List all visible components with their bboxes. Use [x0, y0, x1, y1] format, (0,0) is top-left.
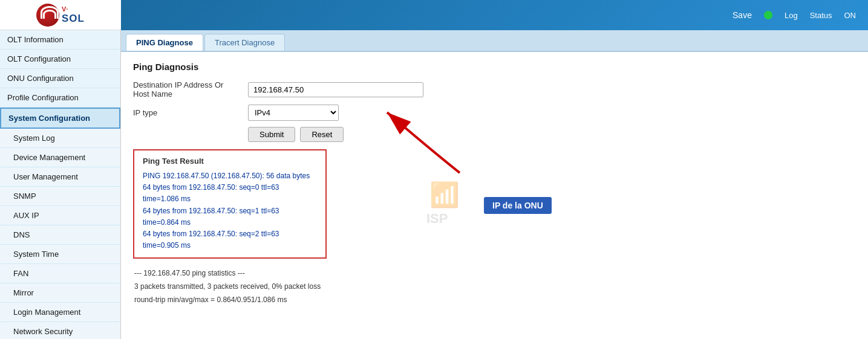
sidebar-item-profile-configuration[interactable]: Profile Configuration — [0, 88, 120, 108]
ping-result-line2: 64 bytes from 192.168.47.50: seq=0 ttl=6… — [143, 182, 317, 205]
sidebar-item-user-management[interactable]: User Management — [0, 167, 120, 187]
ip-type-select[interactable]: IPv4 IPv6 — [248, 105, 339, 121]
sidebar-item-system-configuration[interactable]: System Configuration — [0, 108, 120, 129]
ip-type-label: IP type — [133, 108, 242, 117]
page-title: Ping Diagnosis — [133, 62, 856, 72]
ping-stats-line1: --- 192.168.47.50 ping statistics --- — [134, 267, 856, 280]
sidebar-item-snmp[interactable]: SNMP — [0, 187, 120, 206]
sidebar-item-mirror[interactable]: Mirror — [0, 283, 120, 303]
destination-ip-label: Destination IP Address OrHost Name — [133, 80, 242, 98]
ping-result-line3: 64 bytes from 192.168.47.50: seq=1 ttl=6… — [143, 205, 317, 228]
tab-bar: PING Diagnose Tracert Diagnose — [121, 30, 868, 51]
log-link[interactable]: Log — [785, 11, 798, 20]
onu-badge: IP de la ONU — [484, 197, 552, 214]
sidebar-item-aux-ip[interactable]: AUX IP — [0, 206, 120, 225]
sidebar-item-network-security[interactable]: Network Security — [0, 322, 120, 339]
reset-button[interactable]: Reset — [300, 127, 344, 142]
destination-ip-row: Destination IP Address OrHost Name — [133, 80, 856, 98]
logo-v: V· — [62, 5, 68, 13]
page-content: Ping Diagnosis Destination IP Address Or… — [121, 51, 868, 339]
sidebar-item-system-time[interactable]: System Time — [0, 245, 120, 264]
ping-stats-line3: round-trip min/avg/max = 0.864/0.951/1.0… — [134, 294, 856, 307]
status-indicator — [764, 11, 772, 19]
sidebar-item-device-management[interactable]: Device Management — [0, 148, 120, 167]
ping-result-title: Ping Test Result — [143, 157, 317, 166]
top-header: Save Log Status ON — [121, 0, 868, 30]
sidebar-item-olt-information[interactable]: OLT Information — [0, 30, 120, 50]
status-link[interactable]: Status — [810, 11, 832, 20]
sidebar-item-system-log[interactable]: System Log — [0, 129, 120, 148]
ip-type-row: IP type IPv4 IPv6 — [133, 105, 856, 121]
ping-result-box: Ping Test Result PING 192.168.47.50 (192… — [133, 149, 327, 259]
sidebar-item-fan[interactable]: FAN — [0, 264, 120, 283]
sidebar-item-onu-configuration[interactable]: ONU Configuration — [0, 69, 120, 88]
svg-text:📶: 📶 — [429, 180, 460, 209]
save-button[interactable]: Save — [733, 10, 752, 20]
tab-ping-diagnose[interactable]: PING Diagnose — [126, 34, 203, 51]
logo-area: V· SOL — [0, 0, 121, 30]
sidebar-item-dns[interactable]: DNS — [0, 225, 120, 245]
on-label: ON — [844, 11, 857, 20]
button-row: Submit Reset — [248, 127, 856, 142]
tab-tracert-diagnose[interactable]: Tracert Diagnose — [204, 34, 285, 51]
sidebar-item-olt-configuration[interactable]: OLT Configuration — [0, 50, 120, 69]
content-area: PING Diagnose Tracert Diagnose Ping Diag… — [121, 30, 868, 339]
logo-sol: SOL — [62, 13, 85, 25]
destination-ip-input[interactable] — [248, 82, 423, 97]
sidebar-item-login-management[interactable]: Login Management — [0, 303, 120, 322]
ping-result-line4: 64 bytes from 192.168.47.50: seq=2 ttl=6… — [143, 228, 317, 251]
submit-button[interactable]: Submit — [248, 127, 295, 142]
sidebar: OLT Information OLT Configuration ONU Co… — [0, 30, 121, 339]
wifi-icon-area: 📶 ISP — [423, 173, 472, 227]
ping-stats: --- 192.168.47.50 ping statistics --- 3 … — [134, 267, 856, 306]
ping-stats-line2: 3 packets transmitted, 3 packets receive… — [134, 280, 856, 294]
ping-result-line1: PING 192.168.47.50 (192.168.47.50): 56 d… — [143, 170, 317, 182]
logo-icon — [36, 4, 59, 27]
